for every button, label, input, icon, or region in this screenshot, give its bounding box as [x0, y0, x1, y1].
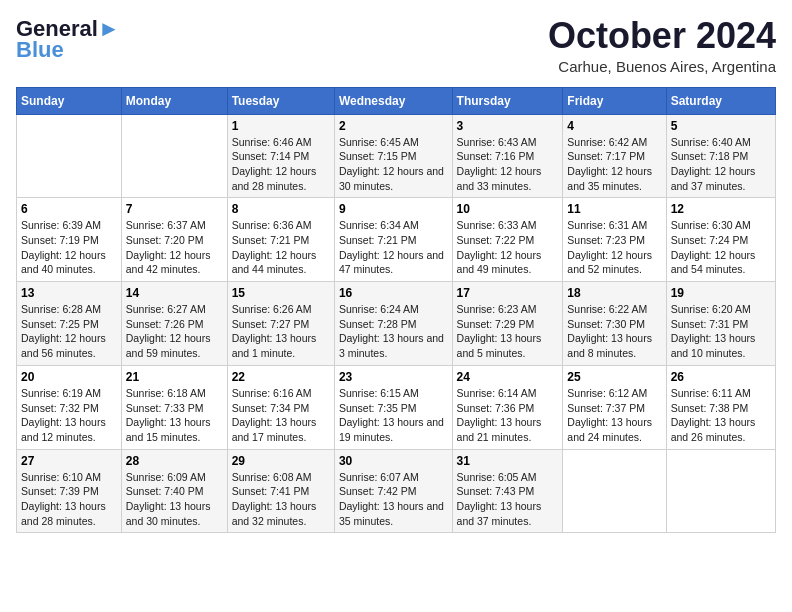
day-number: 25	[567, 370, 661, 384]
day-number: 18	[567, 286, 661, 300]
calendar-cell: 18Sunrise: 6:22 AMSunset: 7:30 PMDayligh…	[563, 282, 666, 366]
day-number: 31	[457, 454, 559, 468]
day-number: 26	[671, 370, 771, 384]
calendar-cell	[121, 114, 227, 198]
calendar-header: SundayMondayTuesdayWednesdayThursdayFrid…	[17, 87, 776, 114]
day-number: 15	[232, 286, 330, 300]
day-number: 30	[339, 454, 448, 468]
calendar-cell: 29Sunrise: 6:08 AMSunset: 7:41 PMDayligh…	[227, 449, 334, 533]
calendar-cell: 20Sunrise: 6:19 AMSunset: 7:32 PMDayligh…	[17, 365, 122, 449]
calendar-cell: 31Sunrise: 6:05 AMSunset: 7:43 PMDayligh…	[452, 449, 563, 533]
day-info: Sunrise: 6:39 AMSunset: 7:19 PMDaylight:…	[21, 218, 117, 277]
day-info: Sunrise: 6:18 AMSunset: 7:33 PMDaylight:…	[126, 386, 223, 445]
day-info: Sunrise: 6:40 AMSunset: 7:18 PMDaylight:…	[671, 135, 771, 194]
calendar-cell: 13Sunrise: 6:28 AMSunset: 7:25 PMDayligh…	[17, 282, 122, 366]
day-info: Sunrise: 6:26 AMSunset: 7:27 PMDaylight:…	[232, 302, 330, 361]
day-number: 27	[21, 454, 117, 468]
day-number: 10	[457, 202, 559, 216]
calendar-cell: 2Sunrise: 6:45 AMSunset: 7:15 PMDaylight…	[334, 114, 452, 198]
day-info: Sunrise: 6:28 AMSunset: 7:25 PMDaylight:…	[21, 302, 117, 361]
day-info: Sunrise: 6:31 AMSunset: 7:23 PMDaylight:…	[567, 218, 661, 277]
day-number: 28	[126, 454, 223, 468]
calendar-cell: 14Sunrise: 6:27 AMSunset: 7:26 PMDayligh…	[121, 282, 227, 366]
day-number: 21	[126, 370, 223, 384]
header-day-friday: Friday	[563, 87, 666, 114]
calendar-cell: 1Sunrise: 6:46 AMSunset: 7:14 PMDaylight…	[227, 114, 334, 198]
calendar-cell: 27Sunrise: 6:10 AMSunset: 7:39 PMDayligh…	[17, 449, 122, 533]
page-header: General► Blue October 2024 Carhue, Bueno…	[16, 16, 776, 75]
day-info: Sunrise: 6:11 AMSunset: 7:38 PMDaylight:…	[671, 386, 771, 445]
day-info: Sunrise: 6:07 AMSunset: 7:42 PMDaylight:…	[339, 470, 448, 529]
day-info: Sunrise: 6:20 AMSunset: 7:31 PMDaylight:…	[671, 302, 771, 361]
day-number: 12	[671, 202, 771, 216]
day-info: Sunrise: 6:46 AMSunset: 7:14 PMDaylight:…	[232, 135, 330, 194]
calendar-cell: 5Sunrise: 6:40 AMSunset: 7:18 PMDaylight…	[666, 114, 775, 198]
title-block: October 2024 Carhue, Buenos Aires, Argen…	[548, 16, 776, 75]
day-info: Sunrise: 6:05 AMSunset: 7:43 PMDaylight:…	[457, 470, 559, 529]
calendar-cell: 16Sunrise: 6:24 AMSunset: 7:28 PMDayligh…	[334, 282, 452, 366]
calendar-cell: 7Sunrise: 6:37 AMSunset: 7:20 PMDaylight…	[121, 198, 227, 282]
calendar-cell: 25Sunrise: 6:12 AMSunset: 7:37 PMDayligh…	[563, 365, 666, 449]
day-info: Sunrise: 6:16 AMSunset: 7:34 PMDaylight:…	[232, 386, 330, 445]
week-row-1: 1Sunrise: 6:46 AMSunset: 7:14 PMDaylight…	[17, 114, 776, 198]
day-number: 14	[126, 286, 223, 300]
month-title: October 2024	[548, 16, 776, 56]
day-number: 7	[126, 202, 223, 216]
day-number: 11	[567, 202, 661, 216]
calendar-cell: 17Sunrise: 6:23 AMSunset: 7:29 PMDayligh…	[452, 282, 563, 366]
day-number: 8	[232, 202, 330, 216]
day-info: Sunrise: 6:45 AMSunset: 7:15 PMDaylight:…	[339, 135, 448, 194]
day-info: Sunrise: 6:14 AMSunset: 7:36 PMDaylight:…	[457, 386, 559, 445]
week-row-2: 6Sunrise: 6:39 AMSunset: 7:19 PMDaylight…	[17, 198, 776, 282]
logo: General► Blue	[16, 16, 120, 61]
calendar-cell: 23Sunrise: 6:15 AMSunset: 7:35 PMDayligh…	[334, 365, 452, 449]
day-number: 29	[232, 454, 330, 468]
header-day-monday: Monday	[121, 87, 227, 114]
calendar-cell	[563, 449, 666, 533]
day-info: Sunrise: 6:37 AMSunset: 7:20 PMDaylight:…	[126, 218, 223, 277]
day-number: 17	[457, 286, 559, 300]
calendar-cell: 3Sunrise: 6:43 AMSunset: 7:16 PMDaylight…	[452, 114, 563, 198]
day-info: Sunrise: 6:09 AMSunset: 7:40 PMDaylight:…	[126, 470, 223, 529]
calendar-cell: 10Sunrise: 6:33 AMSunset: 7:22 PMDayligh…	[452, 198, 563, 282]
day-number: 24	[457, 370, 559, 384]
calendar-body: 1Sunrise: 6:46 AMSunset: 7:14 PMDaylight…	[17, 114, 776, 533]
header-day-sunday: Sunday	[17, 87, 122, 114]
day-number: 22	[232, 370, 330, 384]
logo-blue: Blue	[16, 39, 64, 61]
day-number: 16	[339, 286, 448, 300]
day-info: Sunrise: 6:27 AMSunset: 7:26 PMDaylight:…	[126, 302, 223, 361]
header-day-thursday: Thursday	[452, 87, 563, 114]
calendar-cell: 11Sunrise: 6:31 AMSunset: 7:23 PMDayligh…	[563, 198, 666, 282]
day-info: Sunrise: 6:23 AMSunset: 7:29 PMDaylight:…	[457, 302, 559, 361]
calendar-cell: 4Sunrise: 6:42 AMSunset: 7:17 PMDaylight…	[563, 114, 666, 198]
calendar-cell: 30Sunrise: 6:07 AMSunset: 7:42 PMDayligh…	[334, 449, 452, 533]
day-number: 1	[232, 119, 330, 133]
calendar-cell: 12Sunrise: 6:30 AMSunset: 7:24 PMDayligh…	[666, 198, 775, 282]
day-number: 9	[339, 202, 448, 216]
day-info: Sunrise: 6:33 AMSunset: 7:22 PMDaylight:…	[457, 218, 559, 277]
calendar-cell: 9Sunrise: 6:34 AMSunset: 7:21 PMDaylight…	[334, 198, 452, 282]
calendar-cell: 26Sunrise: 6:11 AMSunset: 7:38 PMDayligh…	[666, 365, 775, 449]
day-number: 5	[671, 119, 771, 133]
calendar-cell: 22Sunrise: 6:16 AMSunset: 7:34 PMDayligh…	[227, 365, 334, 449]
calendar-cell: 8Sunrise: 6:36 AMSunset: 7:21 PMDaylight…	[227, 198, 334, 282]
week-row-3: 13Sunrise: 6:28 AMSunset: 7:25 PMDayligh…	[17, 282, 776, 366]
calendar-cell: 24Sunrise: 6:14 AMSunset: 7:36 PMDayligh…	[452, 365, 563, 449]
calendar-cell: 19Sunrise: 6:20 AMSunset: 7:31 PMDayligh…	[666, 282, 775, 366]
calendar-cell	[666, 449, 775, 533]
header-day-wednesday: Wednesday	[334, 87, 452, 114]
calendar-cell: 6Sunrise: 6:39 AMSunset: 7:19 PMDaylight…	[17, 198, 122, 282]
location-subtitle: Carhue, Buenos Aires, Argentina	[548, 58, 776, 75]
calendar-cell	[17, 114, 122, 198]
day-number: 23	[339, 370, 448, 384]
day-info: Sunrise: 6:22 AMSunset: 7:30 PMDaylight:…	[567, 302, 661, 361]
header-day-saturday: Saturday	[666, 87, 775, 114]
day-number: 3	[457, 119, 559, 133]
calendar-cell: 28Sunrise: 6:09 AMSunset: 7:40 PMDayligh…	[121, 449, 227, 533]
day-info: Sunrise: 6:43 AMSunset: 7:16 PMDaylight:…	[457, 135, 559, 194]
day-number: 2	[339, 119, 448, 133]
day-info: Sunrise: 6:30 AMSunset: 7:24 PMDaylight:…	[671, 218, 771, 277]
day-number: 4	[567, 119, 661, 133]
header-row: SundayMondayTuesdayWednesdayThursdayFrid…	[17, 87, 776, 114]
